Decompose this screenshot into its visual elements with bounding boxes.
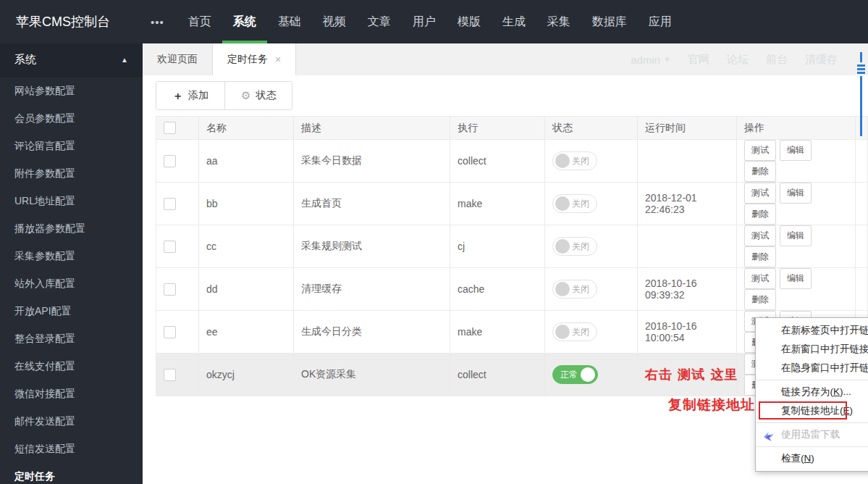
sidebar-item[interactable]: 整合登录配置 <box>0 325 143 352</box>
top-nav-item[interactable]: 采集 <box>536 0 581 43</box>
edit-button[interactable]: 编辑 <box>780 140 812 161</box>
sidebar-item[interactable]: 评论留言配置 <box>0 132 143 159</box>
close-icon[interactable]: × <box>275 54 281 65</box>
status-toggle[interactable]: 关闭 <box>552 194 597 213</box>
top-nav-item[interactable]: 生成 <box>492 0 536 43</box>
scrollbar-grip[interactable] <box>857 62 865 76</box>
toggle-knob <box>555 325 570 339</box>
row-checkbox[interactable] <box>164 241 176 253</box>
add-button-label: 添加 <box>188 89 208 102</box>
annotation-right-click-hint: 右击 测试 这里 <box>645 367 738 382</box>
sidebar-item[interactable]: 短信发送配置 <box>0 435 143 462</box>
user-dropdown[interactable]: admin ▼ <box>631 54 670 66</box>
link-frontend[interactable]: 前台 <box>766 53 788 67</box>
tab-welcome[interactable]: 欢迎页面 <box>143 43 213 75</box>
status-toggle[interactable]: 关闭 <box>552 151 597 170</box>
sidebar-section-label: 系统 <box>14 53 36 67</box>
sidebar-item[interactable]: 会员参数配置 <box>0 104 143 132</box>
sidebar-item[interactable]: 邮件发送配置 <box>0 407 143 435</box>
edit-button[interactable]: 编辑 <box>780 183 812 204</box>
row-checkbox[interactable] <box>164 283 176 296</box>
sidebar-item[interactable]: 播放器参数配置 <box>0 214 143 242</box>
menu-open-link-new-window[interactable]: 在新窗口中打开链接(W <box>756 340 868 359</box>
link-official-site[interactable]: 官网 <box>688 53 709 67</box>
status-toggle[interactable]: 正常 <box>552 365 598 384</box>
top-nav-item[interactable]: 视频 <box>312 0 357 43</box>
sidebar-item[interactable]: 在线支付配置 <box>0 352 143 380</box>
top-nav-item[interactable]: 基础 <box>267 0 312 43</box>
delete-button[interactable]: 删除 <box>744 289 776 310</box>
delete-button[interactable]: 删除 <box>744 246 776 267</box>
cell-status: 正常 <box>545 354 638 396</box>
link-forum[interactable]: 论坛 <box>727 53 749 67</box>
cell-exec: cache <box>450 268 545 311</box>
menu-open-link-incognito[interactable]: 在隐身窗口中打开链接( <box>756 359 868 377</box>
sidebar-item[interactable]: 微信对接配置 <box>0 380 143 407</box>
row-checkbox[interactable] <box>164 369 176 381</box>
select-all-checkbox[interactable] <box>164 122 176 134</box>
cell-status: 关闭 <box>545 183 638 225</box>
status-toggle[interactable]: 关闭 <box>552 237 597 256</box>
sidebar-item[interactable]: URL地址配置 <box>0 187 143 214</box>
thunder-icon <box>764 430 775 440</box>
sidebar-item[interactable]: 采集参数配置 <box>0 242 143 270</box>
test-button[interactable]: 测试 <box>744 268 776 289</box>
top-nav-item[interactable]: 系统 <box>222 0 267 43</box>
sidebar-item[interactable]: 定时任务 <box>0 462 143 484</box>
toggle-knob <box>581 367 595 382</box>
top-nav-item[interactable]: 应用 <box>638 0 683 43</box>
status-button[interactable]: ⚙ 状态 <box>224 82 292 109</box>
delete-button[interactable]: 删除 <box>744 204 776 225</box>
scrollbar[interactable] <box>857 52 865 136</box>
sidebar-item[interactable]: 附件参数配置 <box>0 159 143 187</box>
cell-exec: collect <box>450 140 545 183</box>
username: admin <box>631 54 660 66</box>
context-menu-separator <box>757 446 868 447</box>
test-button[interactable]: 测试 <box>744 225 776 246</box>
cell-runtime: 右击 测试 这里 <box>638 354 737 396</box>
sidebar-item[interactable]: 站外入库配置 <box>0 270 143 297</box>
delete-button[interactable]: 删除 <box>744 161 776 182</box>
sidebar-section-system[interactable]: 系统 ▲ <box>0 43 143 77</box>
cell-name: ee <box>199 311 294 354</box>
table-row: aa采集今日数据collect关闭测试编辑删除 <box>156 140 868 183</box>
sidebar-item-list: 网站参数配置会员参数配置评论留言配置附件参数配置URL地址配置播放器参数配置采集… <box>0 77 143 484</box>
sidebar-item[interactable]: 网站参数配置 <box>0 77 143 104</box>
add-button[interactable]: ＋ 添加 <box>156 82 224 109</box>
table-row: cc采集规则测试cj关闭测试编辑删除 <box>156 225 868 268</box>
menu-thunder-download[interactable]: 使用迅雷下载 <box>756 425 868 444</box>
test-button[interactable]: 测试 <box>744 183 776 204</box>
tab-timed-tasks-label: 定时任务 <box>227 53 268 66</box>
cell-runtime: 2018-10-16 10:00:54 <box>638 311 737 354</box>
menu-save-link-as[interactable]: 链接另存为(K)... <box>756 383 868 401</box>
cell-actions: 测试编辑删除 <box>737 225 856 268</box>
status-toggle[interactable]: 关闭 <box>552 322 597 341</box>
top-nav-item[interactable]: 模版 <box>447 0 492 43</box>
cell-name: bb <box>199 183 294 225</box>
menu-open-link-new-tab[interactable]: 在新标签页中打开链接( <box>756 321 868 340</box>
top-nav-item[interactable]: 文章 <box>357 0 402 43</box>
plus-icon: ＋ <box>172 89 183 103</box>
test-button[interactable]: 测试 <box>744 140 776 161</box>
menu-inspect[interactable]: 检查(N) <box>756 449 868 468</box>
toggle-knob <box>555 154 570 168</box>
cell-description: 采集规则测试 <box>294 225 450 268</box>
status-toggle[interactable]: 关闭 <box>552 280 597 299</box>
link-clear-cache[interactable]: 清缓存 <box>805 53 838 67</box>
top-nav-item[interactable]: 数据库 <box>581 0 638 43</box>
menu-copy-link-address[interactable]: 复制链接地址(E) <box>756 401 868 420</box>
more-menu-icon[interactable]: ••• <box>151 16 164 28</box>
tab-timed-tasks[interactable]: 定时任务× <box>213 43 296 75</box>
row-checkbox[interactable] <box>164 155 176 167</box>
row-checkbox[interactable] <box>164 326 176 338</box>
cell-actions: 测试编辑删除 <box>737 140 856 183</box>
top-nav-item[interactable]: 用户 <box>402 0 447 43</box>
edit-button[interactable]: 编辑 <box>780 268 812 289</box>
row-checkbox[interactable] <box>164 198 176 210</box>
column-header: 运行时间 <box>638 117 737 140</box>
sidebar-item[interactable]: 开放API配置 <box>0 297 143 325</box>
edit-button[interactable]: 编辑 <box>780 225 812 246</box>
cell-name: aa <box>199 140 294 183</box>
top-nav-item[interactable]: 首页 <box>177 0 222 43</box>
column-header: 描述 <box>294 117 450 140</box>
